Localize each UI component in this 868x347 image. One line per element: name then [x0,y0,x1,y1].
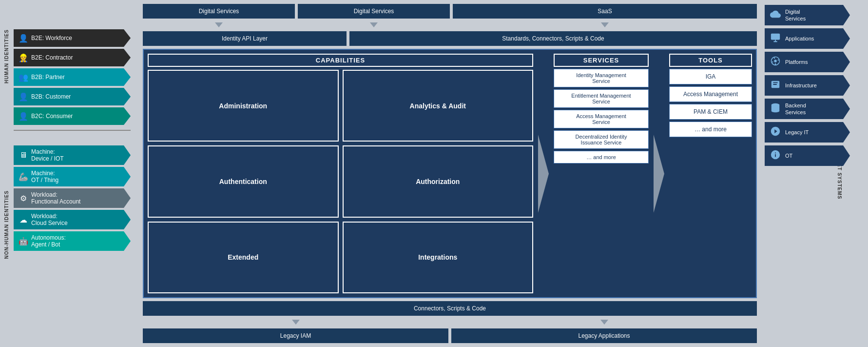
right-panel: TARGET SYSTEMS Digital Services Applicat… [761,0,868,347]
identity-item: 👥 B2B: Partner [14,68,131,86]
connectors-bar: Connectors, Scripts & Code [143,301,757,316]
svg-point-3 [774,60,777,62]
identity-item: 🖥 Machine: Device / IOT [14,145,131,165]
consumer-icon: 👤 [19,112,28,121]
partner-icon: 👥 [19,73,28,82]
api-layer-row: Identity API Layer Standards, Connectors… [143,31,757,46]
ot-icon: 🦾 [19,172,28,182]
tool-access-mgmt: Access Management [669,86,752,102]
cloud-icon: ☁ [19,215,28,225]
identity-item: 🤖 Autonomous: Agent / Bot [14,231,131,251]
legacy-bars: Legacy IAM Legacy Applications [143,328,757,343]
cap-authentication: Authentication [148,145,339,217]
service-entitlement-mgmt: Entitlement Management Service [554,89,649,108]
tools-title: TOOLS [669,54,752,67]
capabilities-services-tools-wrapper: CAPABILITIES Administration Analytics & … [143,49,757,298]
left-panel: HUMAN IDENTITIES 👤 B2E: Workforce 👷 B2E:… [0,0,139,347]
platforms-icon [770,56,781,69]
identity-api-bar: Identity API Layer [143,31,347,46]
svg-rect-0 [771,33,780,40]
non-human-identity-list: 🖥 Machine: Device / IOT 🦾 Machine: OT / … [14,145,139,251]
legacy-iam-bar: Legacy IAM [143,328,448,343]
cap-analytics-audit: Analytics & Audit [343,70,534,142]
tool-and-more: … and more [669,122,752,137]
identity-item: 👤 B2B: Customer [14,88,131,105]
legacy-applications-bar: Legacy Applications [451,328,757,343]
tool-iga: IGA [669,69,752,84]
cloud-services-icon [770,9,781,22]
identity-item: ⚙ Workload: Functional Account [14,188,131,208]
human-identities-label: HUMAN IDENTITIES [4,29,9,83]
applications-icon [770,32,781,45]
standards-bar: Standards, Connectors, Scripts & Code [349,31,757,46]
target-backend-services: Backend Services [765,99,850,119]
capabilities-section: CAPABILITIES Administration Analytics & … [148,54,533,293]
main-content: CAPABILITIES Administration Analytics & … [143,49,757,298]
identity-item: 👷 B2E: Contractor [14,49,131,66]
non-human-identities-label: NON-HUMAN IDENTITIES [4,190,9,259]
target-applications: Applications [765,28,850,49]
saas-bar: SaaS [453,4,757,19]
capabilities-grid: Administration Analytics & Audit Authent… [148,70,533,293]
cap-extended: Extended [148,222,339,293]
cap-authorization: Authorization [343,145,534,217]
cap-to-services-arrow [536,54,551,293]
infrastructure-icon [770,79,781,92]
functional-icon: ⚙ [19,194,28,203]
service-and-more: … and more [554,151,649,163]
identity-item: 👤 B2E: Workforce [14,29,131,47]
services-title: SERVICES [554,54,649,67]
target-digital-services: Digital Services [765,5,850,25]
backend-icon [770,102,781,116]
identity-item: 👤 B2C: Consumer [14,107,131,125]
workforce-icon: 👤 [19,34,28,43]
services-to-tools-arrow [652,54,666,293]
tool-pam-ciem: PAM & CIEM [669,104,752,120]
services-section: SERVICES Identity Management Service Ent… [554,54,649,293]
cap-integrations: Integrations [343,222,534,293]
digital-services-bar-1: Digital Services [143,4,295,19]
service-identity-mgmt: Identity Management Service [554,69,649,87]
identity-item: ☁ Workload: Cloud Service [14,210,131,229]
target-legacy-it: Legacy IT [765,122,850,143]
top-service-bars: Digital Services Digital Services SaaS [143,4,757,19]
human-identity-list: 👤 B2E: Workforce 👷 B2E: Contractor 👥 B2B… [14,29,139,125]
digital-services-bar-2: Digital Services [298,4,450,19]
service-access-mgmt: Access Management Service [554,110,649,128]
legacy-it-icon [770,126,781,139]
bot-icon: 🤖 [19,237,28,246]
target-platforms: Platforms [765,52,850,72]
identity-item: 🦾 Machine: OT / Thing [14,167,131,186]
device-icon: 🖥 [19,151,28,160]
service-decentralized-identity: Decentralized Identity Issuance Service [554,130,649,149]
capabilities-title: CAPABILITIES [148,54,533,67]
target-ot: OT [765,145,850,166]
target-infrastructure: Infrastructure [765,75,850,96]
ot-target-icon [770,149,781,163]
cap-administration: Administration [148,70,339,142]
tools-section: TOOLS IGA Access Management PAM & CIEM …… [669,54,752,293]
center-panel: Digital Services Digital Services SaaS [139,0,761,347]
contractor-icon: 👷 [19,53,28,62]
customer-icon: 👤 [19,92,28,102]
